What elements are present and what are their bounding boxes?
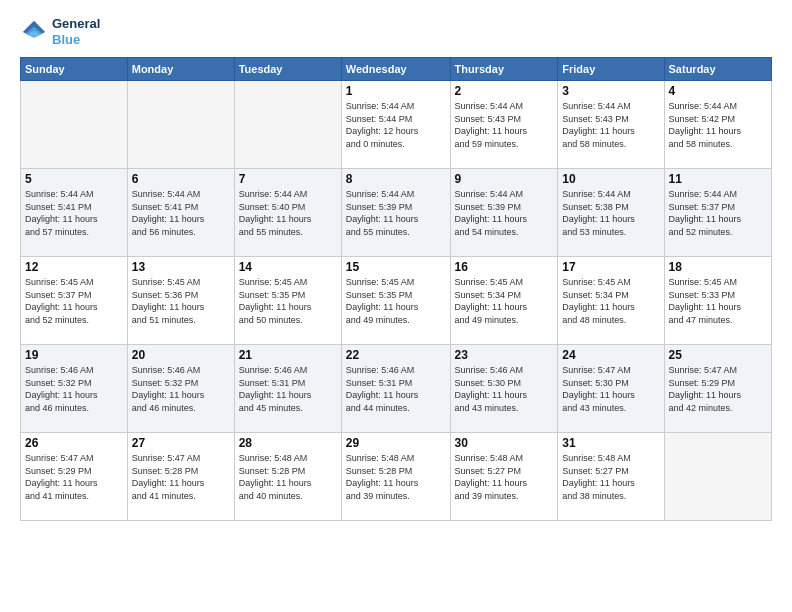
calendar-day-cell: 1Sunrise: 5:44 AM Sunset: 5:44 PM Daylig…	[341, 81, 450, 169]
day-info: Sunrise: 5:47 AM Sunset: 5:29 PM Dayligh…	[25, 452, 123, 502]
logo-text: General Blue	[52, 16, 100, 47]
calendar-day-cell: 7Sunrise: 5:44 AM Sunset: 5:40 PM Daylig…	[234, 169, 341, 257]
calendar-day-cell	[127, 81, 234, 169]
day-info: Sunrise: 5:46 AM Sunset: 5:31 PM Dayligh…	[239, 364, 337, 414]
day-info: Sunrise: 5:46 AM Sunset: 5:32 PM Dayligh…	[25, 364, 123, 414]
day-info: Sunrise: 5:48 AM Sunset: 5:28 PM Dayligh…	[239, 452, 337, 502]
calendar-week-row: 1Sunrise: 5:44 AM Sunset: 5:44 PM Daylig…	[21, 81, 772, 169]
day-info: Sunrise: 5:45 AM Sunset: 5:36 PM Dayligh…	[132, 276, 230, 326]
calendar-day-cell: 5Sunrise: 5:44 AM Sunset: 5:41 PM Daylig…	[21, 169, 128, 257]
day-number: 24	[562, 348, 659, 362]
day-number: 13	[132, 260, 230, 274]
day-number: 3	[562, 84, 659, 98]
calendar-day-cell	[21, 81, 128, 169]
calendar-day-cell: 17Sunrise: 5:45 AM Sunset: 5:34 PM Dayli…	[558, 257, 664, 345]
calendar-day-cell: 8Sunrise: 5:44 AM Sunset: 5:39 PM Daylig…	[341, 169, 450, 257]
day-info: Sunrise: 5:44 AM Sunset: 5:37 PM Dayligh…	[669, 188, 767, 238]
calendar-day-cell: 31Sunrise: 5:48 AM Sunset: 5:27 PM Dayli…	[558, 433, 664, 521]
calendar-day-cell: 4Sunrise: 5:44 AM Sunset: 5:42 PM Daylig…	[664, 81, 771, 169]
calendar-day-cell: 10Sunrise: 5:44 AM Sunset: 5:38 PM Dayli…	[558, 169, 664, 257]
day-number: 11	[669, 172, 767, 186]
calendar-day-cell: 29Sunrise: 5:48 AM Sunset: 5:28 PM Dayli…	[341, 433, 450, 521]
day-number: 10	[562, 172, 659, 186]
weekday-header-monday: Monday	[127, 58, 234, 81]
day-number: 12	[25, 260, 123, 274]
day-number: 9	[455, 172, 554, 186]
day-number: 20	[132, 348, 230, 362]
day-info: Sunrise: 5:44 AM Sunset: 5:44 PM Dayligh…	[346, 100, 446, 150]
day-info: Sunrise: 5:45 AM Sunset: 5:34 PM Dayligh…	[455, 276, 554, 326]
weekday-header-friday: Friday	[558, 58, 664, 81]
day-number: 19	[25, 348, 123, 362]
calendar-day-cell: 24Sunrise: 5:47 AM Sunset: 5:30 PM Dayli…	[558, 345, 664, 433]
day-number: 29	[346, 436, 446, 450]
calendar-day-cell: 12Sunrise: 5:45 AM Sunset: 5:37 PM Dayli…	[21, 257, 128, 345]
calendar-day-cell: 18Sunrise: 5:45 AM Sunset: 5:33 PM Dayli…	[664, 257, 771, 345]
calendar-day-cell	[234, 81, 341, 169]
calendar-day-cell	[664, 433, 771, 521]
calendar-day-cell: 9Sunrise: 5:44 AM Sunset: 5:39 PM Daylig…	[450, 169, 558, 257]
day-info: Sunrise: 5:48 AM Sunset: 5:27 PM Dayligh…	[455, 452, 554, 502]
day-number: 18	[669, 260, 767, 274]
day-info: Sunrise: 5:48 AM Sunset: 5:27 PM Dayligh…	[562, 452, 659, 502]
header: General Blue	[20, 16, 772, 47]
calendar-day-cell: 11Sunrise: 5:44 AM Sunset: 5:37 PM Dayli…	[664, 169, 771, 257]
day-number: 22	[346, 348, 446, 362]
calendar-week-row: 19Sunrise: 5:46 AM Sunset: 5:32 PM Dayli…	[21, 345, 772, 433]
page: General Blue SundayMondayTuesdayWednesda…	[0, 0, 792, 612]
day-number: 26	[25, 436, 123, 450]
calendar-day-cell: 15Sunrise: 5:45 AM Sunset: 5:35 PM Dayli…	[341, 257, 450, 345]
day-info: Sunrise: 5:44 AM Sunset: 5:41 PM Dayligh…	[132, 188, 230, 238]
calendar-day-cell: 14Sunrise: 5:45 AM Sunset: 5:35 PM Dayli…	[234, 257, 341, 345]
calendar-day-cell: 22Sunrise: 5:46 AM Sunset: 5:31 PM Dayli…	[341, 345, 450, 433]
logo: General Blue	[20, 16, 100, 47]
day-info: Sunrise: 5:48 AM Sunset: 5:28 PM Dayligh…	[346, 452, 446, 502]
day-info: Sunrise: 5:46 AM Sunset: 5:31 PM Dayligh…	[346, 364, 446, 414]
day-number: 27	[132, 436, 230, 450]
day-number: 8	[346, 172, 446, 186]
day-number: 5	[25, 172, 123, 186]
day-info: Sunrise: 5:44 AM Sunset: 5:40 PM Dayligh…	[239, 188, 337, 238]
calendar-day-cell: 26Sunrise: 5:47 AM Sunset: 5:29 PM Dayli…	[21, 433, 128, 521]
day-info: Sunrise: 5:46 AM Sunset: 5:30 PM Dayligh…	[455, 364, 554, 414]
calendar-day-cell: 16Sunrise: 5:45 AM Sunset: 5:34 PM Dayli…	[450, 257, 558, 345]
weekday-header-saturday: Saturday	[664, 58, 771, 81]
day-info: Sunrise: 5:44 AM Sunset: 5:41 PM Dayligh…	[25, 188, 123, 238]
calendar-table: SundayMondayTuesdayWednesdayThursdayFrid…	[20, 57, 772, 521]
calendar-day-cell: 23Sunrise: 5:46 AM Sunset: 5:30 PM Dayli…	[450, 345, 558, 433]
calendar-day-cell: 13Sunrise: 5:45 AM Sunset: 5:36 PM Dayli…	[127, 257, 234, 345]
calendar-day-cell: 25Sunrise: 5:47 AM Sunset: 5:29 PM Dayli…	[664, 345, 771, 433]
day-info: Sunrise: 5:47 AM Sunset: 5:29 PM Dayligh…	[669, 364, 767, 414]
weekday-header-row: SundayMondayTuesdayWednesdayThursdayFrid…	[21, 58, 772, 81]
calendar-week-row: 26Sunrise: 5:47 AM Sunset: 5:29 PM Dayli…	[21, 433, 772, 521]
calendar-day-cell: 2Sunrise: 5:44 AM Sunset: 5:43 PM Daylig…	[450, 81, 558, 169]
day-number: 6	[132, 172, 230, 186]
calendar-day-cell: 3Sunrise: 5:44 AM Sunset: 5:43 PM Daylig…	[558, 81, 664, 169]
day-info: Sunrise: 5:44 AM Sunset: 5:43 PM Dayligh…	[562, 100, 659, 150]
day-number: 28	[239, 436, 337, 450]
day-info: Sunrise: 5:45 AM Sunset: 5:35 PM Dayligh…	[239, 276, 337, 326]
weekday-header-sunday: Sunday	[21, 58, 128, 81]
day-info: Sunrise: 5:45 AM Sunset: 5:35 PM Dayligh…	[346, 276, 446, 326]
day-number: 17	[562, 260, 659, 274]
day-info: Sunrise: 5:45 AM Sunset: 5:37 PM Dayligh…	[25, 276, 123, 326]
day-info: Sunrise: 5:45 AM Sunset: 5:34 PM Dayligh…	[562, 276, 659, 326]
day-number: 14	[239, 260, 337, 274]
calendar-day-cell: 28Sunrise: 5:48 AM Sunset: 5:28 PM Dayli…	[234, 433, 341, 521]
day-number: 4	[669, 84, 767, 98]
calendar-day-cell: 21Sunrise: 5:46 AM Sunset: 5:31 PM Dayli…	[234, 345, 341, 433]
day-number: 23	[455, 348, 554, 362]
day-info: Sunrise: 5:44 AM Sunset: 5:39 PM Dayligh…	[346, 188, 446, 238]
day-number: 2	[455, 84, 554, 98]
day-info: Sunrise: 5:46 AM Sunset: 5:32 PM Dayligh…	[132, 364, 230, 414]
calendar-week-row: 12Sunrise: 5:45 AM Sunset: 5:37 PM Dayli…	[21, 257, 772, 345]
weekday-header-wednesday: Wednesday	[341, 58, 450, 81]
calendar-day-cell: 20Sunrise: 5:46 AM Sunset: 5:32 PM Dayli…	[127, 345, 234, 433]
calendar-day-cell: 30Sunrise: 5:48 AM Sunset: 5:27 PM Dayli…	[450, 433, 558, 521]
day-info: Sunrise: 5:44 AM Sunset: 5:42 PM Dayligh…	[669, 100, 767, 150]
day-number: 15	[346, 260, 446, 274]
calendar-day-cell: 6Sunrise: 5:44 AM Sunset: 5:41 PM Daylig…	[127, 169, 234, 257]
calendar-week-row: 5Sunrise: 5:44 AM Sunset: 5:41 PM Daylig…	[21, 169, 772, 257]
day-number: 16	[455, 260, 554, 274]
day-number: 21	[239, 348, 337, 362]
